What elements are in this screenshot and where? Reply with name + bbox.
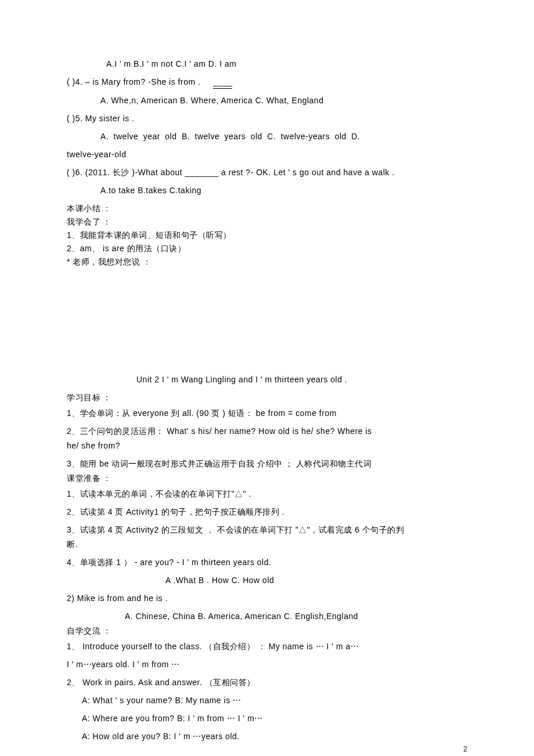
page-number: 2: [463, 744, 467, 754]
self-2b: A: Where are you from? B: I ' m from ⋯ I…: [67, 712, 467, 725]
prep-block: 课堂准备 ： 1、试读本单元的单词，不会读的在单词下打"△" . 2、试读第 4…: [67, 472, 467, 623]
summary-block: 本课小结 ： 我学会了 ： 1、我能背本课的单词、短语和句子（听写） 2、am、…: [67, 202, 467, 268]
prep-1: 1、试读本单元的单词，不会读的在单词下打"△" .: [67, 488, 467, 500]
unit2-title: Unit 2 I ' m Wang Lingling and I ' m thi…: [67, 374, 467, 386]
self-2a: A: What ' s your name? B: My name is ⋯: [67, 694, 467, 707]
prep-5-choices: A. Chinese, China B. America, American C…: [67, 610, 467, 623]
summary-title: 本课小结 ：: [67, 202, 467, 215]
self-title: 自学交流 ：: [67, 625, 467, 637]
summary-l4: * 老师，我想对您说 ：: [67, 256, 467, 268]
q5-choices-a: A. twelve year old B. twelve years old C…: [67, 131, 467, 143]
q4-stem: ( )4. – is Mary from? -She is from .: [67, 77, 200, 86]
q3-choices: A.I ' m B.I ' m not C.I ' am D. I am: [67, 58, 467, 70]
prep-3a: 3、试读第 4 页 Activity2 的三段短文 ， 不会读的在单词下打 "△…: [67, 524, 467, 536]
summary-l1: 我学会了 ：: [67, 216, 467, 228]
prep-3b: 断.: [67, 538, 467, 551]
self-block: 自学交流 ： 1、 Introduce yourself to the clas…: [67, 625, 467, 743]
q4-blank: ____: [213, 76, 232, 89]
self-1b: I ' m⋯years old. I ' m from ⋯: [67, 659, 467, 671]
q5-stem: ( )5. My sister is .: [67, 113, 467, 125]
q6-choices: A.to take B.takes C.taking: [67, 185, 467, 197]
prep-5: 2) Mike is from and he is .: [67, 592, 467, 605]
goal-3: 3、能用 be 动词一般现在时形式并正确运用于自我 介绍中 ； 人称代词和物主代…: [67, 458, 467, 470]
prep-4-choices: A .What B . How C. How old: [67, 574, 467, 587]
q5-choices-b: twelve-year-old: [67, 149, 467, 161]
goals-block: 学习目标 ： 1、学会单词：从 everyone 到 all. (90 页 ) …: [67, 392, 467, 470]
summary-l3: 2、am、 is are 的用法（口诀）: [67, 243, 467, 255]
prep-title: 课堂准备 ：: [67, 472, 467, 484]
q6-stem: ( )6. (2011. 长沙 )-What about _______ a r…: [67, 167, 467, 179]
goal-2a: 2、三个问句的灵活运用： What' s his/ her name? How …: [67, 425, 467, 437]
summary-l2: 1、我能背本课的单词、短语和句子（听写）: [67, 229, 467, 241]
goal-1: 1、学会单词：从 everyone 到 all. (90 页 ) 短语： be …: [67, 407, 467, 419]
prep-2: 2、试读第 4 页 Activity1 的句子，把句子按正确顺序排列 .: [67, 506, 467, 518]
prep-4: 4、单项选择 1 ） - are you? - I ' m thirteen y…: [67, 556, 467, 569]
q4-choices: A. Whe,n, American B. Where, America C. …: [67, 95, 467, 107]
page-container: A.I ' m B.I ' m not C.I ' am D. I am ( )…: [0, 0, 534, 756]
self-1a: 1、 Introduce yourself to the class. （自我介…: [67, 641, 467, 653]
goals-title: 学习目标 ：: [67, 392, 467, 404]
self-2c: A: How old are you? B: I ' m ⋯years old.: [67, 730, 467, 743]
self-2: 2、 Work in pairs. Ask and answer. （互相问答）: [67, 677, 467, 689]
section-gap: [67, 269, 467, 374]
q4-stem-row: ( )4. – is Mary from? -She is from . ___…: [67, 76, 467, 89]
goal-2b: he/ she from?: [67, 440, 467, 452]
